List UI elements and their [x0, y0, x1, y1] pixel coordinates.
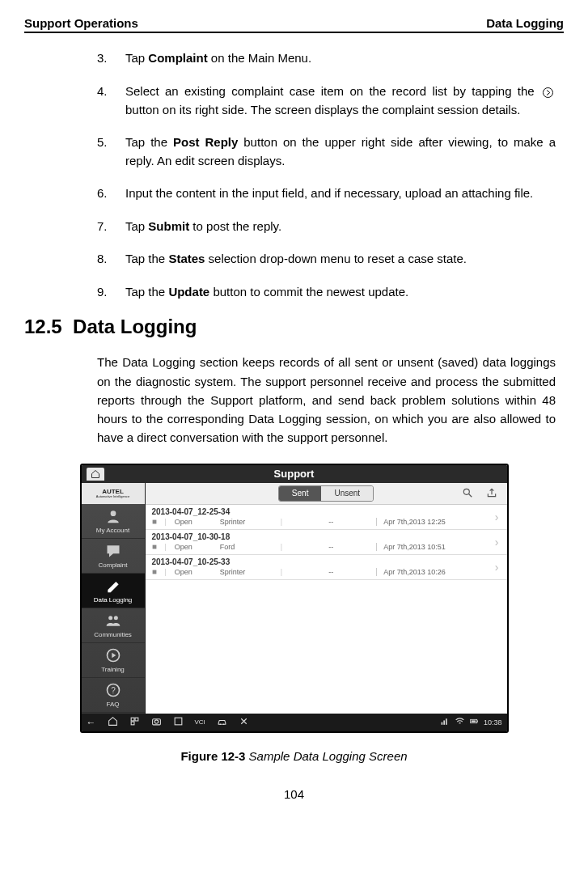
- svg-rect-13: [135, 718, 138, 721]
- list-number: 3.: [97, 49, 125, 68]
- section-title: Data Logging: [73, 316, 197, 337]
- list-text: Tap the Post Reply button on the upper r…: [125, 133, 556, 170]
- body-paragraph: The Data Logging section keeps records o…: [97, 353, 556, 447]
- home-button[interactable]: [87, 468, 104, 481]
- toolbar: Sent Unsent: [146, 483, 507, 505]
- list-number: 4.: [97, 83, 125, 120]
- vci-label[interactable]: VCI: [195, 718, 205, 726]
- figure-caption: Figure 12-3 Sample Data Logging Screen: [80, 749, 509, 763]
- figure: Support AUTEL Automotive Intelligence My…: [80, 464, 509, 763]
- page-header: Support Operations Data Logging: [24, 16, 564, 33]
- header-left: Support Operations: [24, 16, 138, 30]
- battery-icon: [469, 716, 480, 728]
- svg-text:?: ?: [111, 686, 116, 695]
- screenshot-icon[interactable]: [173, 716, 184, 729]
- row-title: 2013-04-07_10-30-18: [152, 532, 501, 541]
- chevron-right-icon: ›: [495, 561, 499, 574]
- list-number: 9.: [97, 283, 125, 302]
- home-icon[interactable]: [108, 716, 118, 729]
- svg-rect-10: [152, 544, 156, 549]
- list-text: Input the content in the input field, an…: [125, 184, 556, 203]
- back-icon[interactable]: ←: [87, 717, 96, 728]
- list-text: Tap the States selection drop-down menu …: [125, 250, 556, 269]
- sidebar-item-faq[interactable]: ? FAQ: [82, 678, 145, 713]
- bottom-dock: ← VCI 10:38: [82, 714, 507, 731]
- tab-sent[interactable]: Sent: [279, 486, 322, 501]
- play-circle-icon: [104, 646, 122, 664]
- log-list: 2013-04-07_12-25-34 | Open Sprinter | --…: [146, 505, 507, 714]
- tools-icon[interactable]: [239, 716, 249, 729]
- person-icon: [104, 507, 122, 525]
- svg-rect-9: [152, 519, 156, 523]
- car-icon[interactable]: [217, 716, 227, 729]
- svg-rect-21: [443, 720, 445, 724]
- recent-icon[interactable]: [129, 716, 140, 729]
- list-item: 8. Tap the States selection drop-down me…: [97, 250, 556, 269]
- svg-rect-17: [175, 718, 182, 725]
- svg-point-2: [108, 616, 112, 620]
- table-row[interactable]: 2013-04-07_10-30-18 | Open Ford | -- Apr…: [146, 530, 507, 555]
- list-number: 7.: [97, 218, 125, 236]
- svg-point-19: [223, 723, 225, 725]
- pen-icon: [104, 577, 122, 595]
- sidebar-item-complaint[interactable]: Complaint: [82, 539, 145, 574]
- page-number: 104: [24, 787, 564, 801]
- section-heading: 12.5 Data Logging: [24, 316, 564, 338]
- share-icon[interactable]: [486, 487, 497, 501]
- segmented-control: Sent Unsent: [278, 485, 374, 502]
- svg-rect-11: [152, 570, 156, 574]
- svg-rect-12: [131, 718, 134, 721]
- tab-unsent[interactable]: Unsent: [321, 486, 373, 501]
- svg-point-3: [113, 616, 117, 620]
- row-sub: | Open Ford | -- Apr 7th,2013 10:51: [152, 543, 501, 551]
- list-item: 7. Tap Submit to post the reply.: [97, 218, 556, 236]
- brand-logo: AUTEL Automotive Intelligence: [82, 483, 145, 504]
- row-sub: | Open Sprinter | -- Apr 7th,2013 12:25: [152, 518, 501, 526]
- list-item: 3. Tap Complaint on the Main Menu.: [97, 49, 556, 68]
- svg-rect-22: [446, 718, 447, 725]
- search-icon[interactable]: [462, 487, 473, 501]
- chevron-right-icon: ›: [495, 511, 499, 523]
- row-title: 2013-04-07_10-25-33: [152, 557, 501, 566]
- device-frame: Support AUTEL Automotive Intelligence My…: [80, 464, 509, 733]
- list-item: 4. Select an existing complaint case ite…: [97, 83, 556, 120]
- chevron-right-icon: ›: [495, 536, 499, 549]
- question-icon: ?: [104, 681, 122, 699]
- svg-rect-14: [131, 722, 134, 725]
- section-number: 12.5: [24, 316, 62, 337]
- camera-icon[interactable]: [151, 716, 162, 729]
- list-number: 6.: [97, 184, 125, 203]
- sidebar: AUTEL Automotive Intelligence My Account…: [82, 483, 146, 714]
- sidebar-item-data-logging[interactable]: Data Logging: [82, 574, 145, 608]
- svg-rect-20: [442, 722, 443, 725]
- app-titlebar: Support: [82, 465, 507, 483]
- svg-rect-24: [472, 720, 476, 722]
- svg-point-7: [463, 489, 469, 494]
- list-item: 5. Tap the Post Reply button on the uppe…: [97, 133, 556, 170]
- status-dot-icon: [152, 518, 157, 526]
- list-item: 9. Tap the Update button to commit the n…: [97, 283, 556, 302]
- chat-icon: [104, 542, 122, 560]
- signal-icon: [440, 716, 451, 728]
- svg-rect-25: [477, 720, 478, 722]
- sidebar-item-communities[interactable]: Communities: [82, 608, 145, 643]
- sidebar-item-my-account[interactable]: My Account: [82, 504, 145, 539]
- table-row[interactable]: 2013-04-07_10-25-33 | Open Sprinter | --…: [146, 555, 507, 580]
- svg-point-18: [219, 723, 221, 725]
- status-dot-icon: [152, 543, 157, 551]
- wifi-icon: [455, 716, 465, 728]
- list-text: Select an existing complaint case item o…: [125, 83, 556, 120]
- svg-point-16: [154, 719, 158, 722]
- svg-line-8: [468, 494, 472, 497]
- ordered-list: 3. Tap Complaint on the Main Menu. 4. Se…: [97, 49, 556, 301]
- people-icon: [104, 612, 122, 629]
- row-sub: | Open Sprinter | -- Apr 7th,2013 10:26: [152, 568, 501, 576]
- list-text: Tap Submit to post the reply.: [125, 218, 556, 236]
- sidebar-item-training[interactable]: Training: [82, 643, 145, 678]
- status-dot-icon: [152, 568, 157, 576]
- list-text: Tap the Update button to commit the newe…: [125, 283, 556, 302]
- svg-point-1: [110, 511, 116, 516]
- dock-time: 10:38: [484, 718, 502, 727]
- titlebar-title: Support: [274, 468, 315, 480]
- table-row[interactable]: 2013-04-07_12-25-34 | Open Sprinter | --…: [146, 505, 507, 530]
